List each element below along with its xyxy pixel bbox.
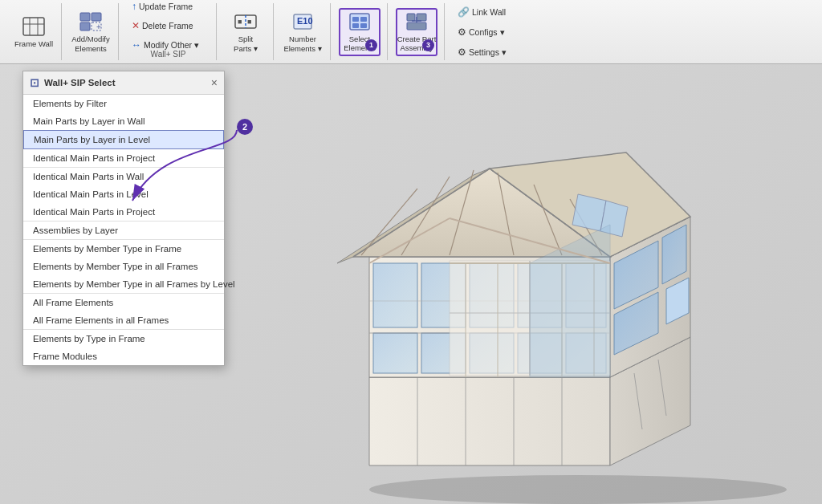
menu-item-identical-main-parts-wall[interactable]: Identical Main Parts in Wall (23, 167, 224, 185)
svg-rect-20 (407, 14, 415, 21)
svg-text:+: + (96, 22, 101, 31)
delete-frame-label: Delete Frame (142, 21, 193, 30)
svg-rect-5 (92, 13, 101, 21)
toolbar-group-wall-sip: ↑ Update Frame ✕ Delete Frame ↔ Modify O… (120, 3, 217, 60)
configs-icon: ⚙ (458, 26, 466, 38)
toolbar-group-right-links: 🔗 Link Wall ⚙ Configs ▾ ⚙ Settings ▾ (446, 3, 518, 60)
menu-item-elements-by-filter[interactable]: Elements by Filter (23, 95, 224, 112)
settings-button[interactable]: ⚙ Settings ▾ (453, 44, 511, 60)
update-icon: ↑ (132, 1, 136, 12)
menu-item-elements-by-member-type-level[interactable]: Elements by Member Type in all Frames by… (23, 275, 224, 293)
wall-sip-label: Wall+ SIP (151, 50, 186, 59)
configs-button[interactable]: ⚙ Configs ▾ (453, 24, 510, 40)
svg-rect-6 (80, 22, 90, 30)
svg-rect-37 (373, 263, 417, 327)
svg-rect-17 (360, 17, 367, 22)
split-parts-label: SplitParts ▾ (234, 35, 258, 53)
create-part-icon (404, 11, 429, 33)
menu-item-all-frame-elements-all-frames[interactable]: All Frame Elements in all Frames (23, 311, 224, 329)
toolbar-group-number-elements: E10 NumberElements ▾ (275, 3, 331, 60)
update-frame-label: Update Frame (139, 2, 193, 11)
modify-icon: ↔ (132, 39, 141, 51)
dropdown-header: ⊡ Wall+ SIP Select × (23, 71, 224, 95)
svg-text:■: ■ (238, 18, 242, 26)
menu-item-elements-by-type-frame[interactable]: Elements by Type in Frame (23, 329, 224, 348)
add-modify-icon: + (78, 10, 104, 33)
link-wall-label: Link Wall (472, 7, 506, 17)
svg-point-26 (369, 475, 787, 504)
menu-item-frame-modules[interactable]: Frame Modules (23, 348, 224, 365)
select-elements-badge: 1 (365, 39, 377, 51)
modify-other-label: Modify Other ▾ (144, 40, 199, 50)
svg-rect-16 (352, 17, 359, 22)
menu-item-identical-main-parts-project2[interactable]: Identical Main Parts in Project (23, 203, 224, 221)
dropdown-items: Elements by FilterMain Parts by Layer in… (23, 95, 224, 365)
settings-label: Settings ▾ (469, 47, 507, 57)
menu-item-assemblies-by-layer[interactable]: Assemblies by Layer (23, 221, 224, 239)
content-area: ⊡ Wall+ SIP Select × Elements by FilterM… (0, 64, 822, 504)
svg-rect-4 (80, 13, 90, 21)
add-modify-elements-button[interactable]: + Add/ModifyElements (70, 8, 112, 56)
menu-item-elements-by-member-type-frame[interactable]: Elements by Member Type in Frame (23, 239, 224, 258)
split-parts-button[interactable]: ■ ■ SplitParts ▾ (225, 8, 267, 56)
dropdown-header-icon: ⊡ (30, 76, 39, 89)
svg-text:E10: E10 (297, 16, 313, 26)
settings-icon: ⚙ (458, 47, 466, 58)
delete-icon: ✕ (132, 20, 140, 31)
dropdown-header-left: ⊡ Wall+ SIP Select (30, 76, 116, 89)
svg-rect-42 (373, 333, 417, 373)
svg-rect-18 (352, 23, 359, 28)
dropdown-title: Wall+ SIP Select (44, 78, 116, 87)
menu-item-all-frame-elements[interactable]: All Frame Elements (23, 293, 224, 311)
svg-rect-19 (360, 23, 367, 28)
toolbar-group-create-part: Create PartAssembly 3 (389, 3, 445, 60)
create-part-badge: 3 (422, 39, 434, 51)
number-elements-icon: E10 (290, 10, 315, 33)
link-wall-button[interactable]: 🔗 Link Wall (453, 4, 511, 20)
frame-wall-button[interactable]: Frame Wall (13, 8, 55, 56)
menu-item-identical-main-parts-level[interactable]: Identical Main Parts in Level (23, 185, 224, 203)
menu-item-identical-main-parts-project[interactable]: Identical Main Parts in Project (23, 149, 224, 167)
toolbar-group-split-parts: ■ ■ SplitParts ▾ (218, 3, 274, 60)
update-frame-button[interactable]: ↑ Update Frame (127, 0, 197, 14)
number-elements-label: NumberElements ▾ (283, 35, 321, 53)
frame-wall-icon (21, 15, 47, 38)
number-elements-button[interactable]: E10 NumberElements ▾ (282, 8, 324, 56)
delete-frame-button[interactable]: ✕ Delete Frame (127, 18, 198, 34)
toolbar-group-add-modify: + Add/ModifyElements (63, 3, 119, 60)
menu-item-main-parts-by-layer-level[interactable]: Main Parts by Layer in Level (23, 130, 224, 149)
frame-wall-label: Frame Wall (14, 39, 53, 48)
svg-rect-21 (417, 14, 426, 21)
toolbar-group-frame-wall: Frame Wall (6, 3, 62, 60)
svg-marker-74 (572, 194, 606, 231)
dropdown-panel: ⊡ Wall+ SIP Select × Elements by FilterM… (22, 71, 225, 366)
svg-rect-0 (23, 18, 44, 35)
menu-item-main-parts-by-layer-wall[interactable]: Main Parts by Layer in Wall (23, 112, 224, 130)
configs-label: Configs ▾ (469, 27, 505, 37)
dropdown-close-button[interactable]: × (211, 77, 218, 88)
svg-rect-22 (407, 22, 426, 30)
add-modify-label: Add/ModifyElements (71, 35, 110, 53)
menu-item-elements-by-member-type-all[interactable]: Elements by Member Type in all Frames (23, 258, 224, 275)
svg-marker-27 (369, 377, 610, 465)
svg-text:■: ■ (247, 18, 251, 26)
select-elements-icon (347, 11, 372, 33)
toolbar: Frame Wall + Add/ModifyElements ↑ Update… (0, 0, 822, 64)
link-wall-icon: 🔗 (458, 6, 470, 18)
split-parts-icon: ■ ■ (233, 10, 258, 33)
toolbar-group-select-elements: SelectElements 1 (332, 3, 388, 60)
